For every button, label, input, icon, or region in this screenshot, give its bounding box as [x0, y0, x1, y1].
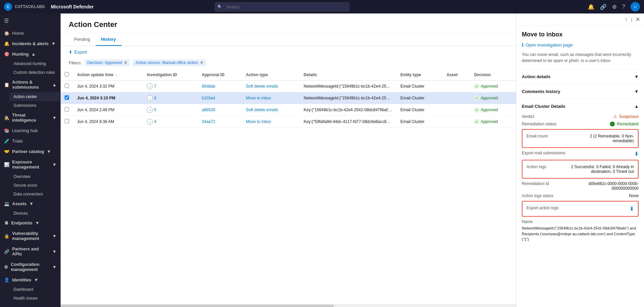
panel-nav-up-button[interactable]: ↑ — [625, 17, 628, 23]
sidebar-item-partners-apis[interactable]: 🔗 Partners and APIs ▼ — [0, 244, 61, 259]
chevron-down-icon: ▼ — [52, 234, 57, 239]
email-count-value: 2 (2 Remediable, 0 Non-remediable) — [570, 134, 634, 143]
section-header-email-cluster[interactable]: Email Cluster Details ▲ — [522, 102, 639, 110]
investigation-circle[interactable]: ○ — [147, 95, 153, 101]
sidebar-item-exposure-management[interactable]: 📊 Exposure management ▼ — [0, 157, 61, 172]
sidebar-group-label: Incidents & alerts — [12, 41, 48, 46]
sidebar-item-label: Overview — [13, 174, 57, 179]
sidebar-item-submissions[interactable]: Submissions — [9, 101, 61, 110]
sidebar-item-identities[interactable]: 👤 Identities ▼ — [0, 275, 61, 285]
row-checkbox[interactable] — [65, 84, 69, 88]
row-checkbox[interactable] — [65, 107, 69, 112]
sidebar-item-assets[interactable]: 💻 Assets ▼ — [0, 198, 61, 209]
action-logs-box: Action logs 2 Successful, 0 Failed, 0 Al… — [522, 160, 639, 179]
settings-icon[interactable]: ⚙ — [612, 4, 617, 10]
panel-section-action-details: Action details ▼ — [522, 69, 639, 84]
row-approval-id[interactable]: 34aa72 — [198, 116, 242, 128]
investigation-circle[interactable]: ○ — [147, 83, 153, 89]
sidebar-item-home[interactable]: 🏠 Home — [0, 28, 61, 38]
avatar[interactable]: U — [631, 2, 640, 11]
tab-pending[interactable]: Pending — [69, 33, 96, 46]
table-row[interactable]: Jun 4, 2024 3:10 PM ○ 6 b103a4 Move to i… — [61, 92, 516, 104]
search-input[interactable] — [215, 2, 349, 11]
panel-nav-down-button[interactable]: ↓ — [630, 17, 633, 23]
investigation-link[interactable]: 4 — [154, 119, 157, 124]
investigation-link[interactable]: 6 — [154, 96, 157, 100]
sidebar-item-endpoints[interactable]: 🖥 Endpoints ▼ — [0, 218, 61, 228]
sidebar-item-actions-submissions[interactable]: 📋 Actions & submissions ▲ — [0, 77, 61, 92]
sidebar-item-data-connectors[interactable]: Data connectors — [9, 190, 61, 198]
action-logs-label: Action logs — [527, 164, 567, 169]
row-decision: Approved — [470, 116, 516, 128]
filters-label: Filters: — [69, 60, 82, 65]
sidebar-item-hunting[interactable]: 🎯 Hunting ▲ — [0, 49, 61, 59]
investigation-link[interactable]: 5 — [154, 108, 157, 112]
content-area: Action Center Pending History ⬇ Export F… — [61, 13, 516, 307]
select-all-checkbox[interactable] — [65, 72, 69, 76]
scroll-bar[interactable] — [61, 304, 516, 307]
filter-chip-decision[interactable]: Decision: Approved ✕ — [84, 59, 130, 66]
sidebar-item-health-issues[interactable]: Health issues — [9, 294, 61, 303]
row-approval-id[interactable]: a86530 — [198, 104, 242, 116]
tab-history[interactable]: History — [96, 33, 122, 46]
investigation-link[interactable]: 7 — [154, 84, 157, 89]
export-action-logs-icon[interactable]: ⬇ — [630, 206, 634, 212]
sidebar-item-action-center[interactable]: Action center — [9, 92, 61, 101]
sidebar-item-devices[interactable]: Devices — [9, 209, 61, 218]
filter-chip-close-icon[interactable]: ✕ — [124, 60, 127, 65]
panel-close-button[interactable]: ✕ — [636, 16, 640, 23]
right-panel: ↑ ↓ ✕ Move to inbox ℹ Open investigation… — [516, 13, 644, 307]
sidebar-item-custom-detection[interactable]: Custom detection rules — [9, 68, 61, 77]
link-icon[interactable]: 🔗 — [600, 4, 607, 10]
row-checkbox-cell — [61, 92, 73, 104]
section-header-comments-history[interactable]: Comments history ▼ — [522, 88, 639, 95]
export-button[interactable]: ⬇ Export — [69, 50, 87, 55]
row-checkbox-cell — [61, 104, 73, 116]
sidebar-item-learning-hub[interactable]: 📚 Learning hub — [0, 125, 61, 136]
table-row[interactable]: Jun 4, 2024 9:38 AM ○ 4 34aa72 Move to i… — [61, 116, 516, 128]
filter-chip-label: Action source: Manual office action — [135, 60, 198, 65]
notification-icon[interactable]: 🔔 — [588, 4, 595, 10]
sidebar-item-vulnerability[interactable]: 🔒 Vulnerability management ▼ — [0, 228, 61, 244]
table-row[interactable]: Jun 4, 2024 2:48 PM ○ 5 a86530 Soft dele… — [61, 104, 516, 116]
row-investigation-id: ○ 6 — [143, 92, 198, 104]
chevron-down-icon: ▼ — [47, 149, 51, 154]
sidebar-item-incidents-alerts[interactable]: 🔔 Incidents & alerts ▼ — [0, 38, 61, 49]
row-approval-id[interactable]: 66ddab — [198, 81, 242, 92]
col-asset: Asset — [442, 69, 470, 81]
sidebar-group-label: Assets — [12, 201, 27, 206]
table-row[interactable]: Jun 4, 2024 3:32 PM ○ 7 66ddab Soft dele… — [61, 81, 516, 92]
help-icon[interactable]: ? — [622, 4, 625, 10]
sidebar-item-secure-score[interactable]: Secure score — [9, 181, 61, 190]
filter-chip-action-source[interactable]: Action source: Manual office action ✕ — [133, 59, 206, 66]
export-label: Export — [74, 50, 87, 55]
sidebar-item-trials[interactable]: 🧪 Trials — [0, 136, 61, 146]
sidebar-item-advanced-hunting[interactable]: Advanced hunting — [9, 59, 61, 68]
panel-description: You can move email, such as messages tha… — [522, 52, 639, 64]
sidebar-item-overview[interactable]: Overview — [9, 172, 61, 181]
investigation-circle[interactable]: ○ — [147, 107, 153, 113]
row-checkbox[interactable] — [65, 95, 69, 100]
filter-chip-close-icon[interactable]: ✕ — [200, 60, 203, 65]
email-count-label: Email count — [527, 134, 567, 139]
section-header-action-details[interactable]: Action details ▼ — [522, 73, 639, 81]
sidebar-group-label: Threat intelligence — [12, 113, 49, 123]
chevron-down-icon: ▼ — [634, 74, 639, 79]
hamburger-icon[interactable]: ☰ — [0, 13, 61, 28]
row-approval-id[interactable]: b103a4 — [198, 92, 242, 104]
sidebar-group-label: Hunting — [12, 52, 29, 57]
sidebar-item-label: Advanced hunting — [13, 61, 57, 66]
row-checkbox[interactable] — [65, 119, 69, 123]
sidebar-item-config-management[interactable]: ⚙ Configuration management ▼ — [0, 259, 61, 275]
sidebar-item-threat-intelligence[interactable]: 🕵 Threat intelligence ▼ — [0, 110, 61, 125]
table-header-row: Action update time ↓ Investigation ID Ap… — [61, 69, 516, 81]
investigation-circle[interactable]: ○ — [147, 119, 153, 125]
open-investigation-link[interactable]: ℹ Open investigation page — [522, 42, 639, 48]
sidebar-item-dashboard[interactable]: Dashboard — [9, 285, 61, 294]
search-bar[interactable] — [215, 2, 349, 11]
sidebar-item-label: Custom detection rules — [13, 70, 57, 75]
export-mail-icon[interactable]: ⬇ — [634, 151, 639, 157]
content-toolbar: ⬇ Export — [61, 46, 516, 58]
remediation-id-row: Remediation Id d05e682c-0000-0000-0000-0… — [522, 180, 639, 192]
sidebar-item-partner-catalog[interactable]: 🤝 Partner catalog ▼ — [0, 146, 61, 157]
